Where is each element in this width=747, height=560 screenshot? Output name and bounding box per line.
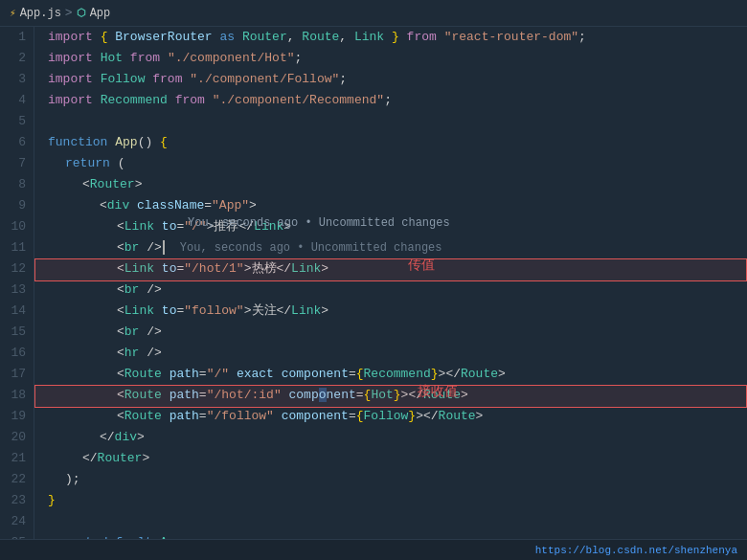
code-line-1: import { BrowserRouter as Router, Route,… <box>48 27 747 48</box>
component-icon: ⬡ <box>77 7 86 19</box>
code-line-15: <br /> <box>48 322 747 343</box>
code-line-6: function App() { <box>48 132 747 153</box>
git-tooltip: You, seconds ago • Uncommitted changes <box>180 241 442 255</box>
line-numbers: 1 2 3 4 5 6 7 8 9 10 11 12 13 14 15 16 1… <box>0 27 34 539</box>
csdn-url[interactable]: https://blog.csdn.net/shenzhenya <box>535 545 737 556</box>
breadcrumb-component: App <box>90 7 111 20</box>
code-line-13: <br /> <box>48 280 747 301</box>
code-line-21: </Router> <box>48 448 747 469</box>
code-line-18: <Route path="/hot/:id" component={Hot}><… <box>48 385 747 406</box>
code-line-14: <Link to="follow">关注</Link> <box>48 301 747 322</box>
code-line-7: return ( <box>48 153 747 174</box>
annotation-chuanzhi: 传值 <box>408 257 435 274</box>
code-line-23: } <box>48 490 747 511</box>
code-line-11: <br />You, seconds ago • Uncommitted cha… <box>48 237 747 258</box>
code-line-20: </div> <box>48 427 747 448</box>
breadcrumb-file: App.js <box>20 7 61 20</box>
editor: ⚡ App.js > ⬡ App 1 2 3 4 5 6 7 8 9 10 11… <box>0 0 747 560</box>
code-line-24 <box>48 511 747 532</box>
code-line-5 <box>48 111 747 132</box>
code-content: import { BrowserRouter as Router, Route,… <box>34 27 747 539</box>
bottom-bar: https://blog.csdn.net/shenzhenya <box>0 539 747 560</box>
code-line-25: export default App; <box>48 532 747 539</box>
code-line-10: <Link to="/">推荐</Link> <box>48 216 747 237</box>
js-file-icon: ⚡ <box>10 7 16 19</box>
breadcrumb: ⚡ App.js > ⬡ App <box>0 0 747 27</box>
code-line-8: <Router> <box>48 174 747 195</box>
code-line-17: <Route path="/" exact component={Recomme… <box>48 364 747 385</box>
code-area: 1 2 3 4 5 6 7 8 9 10 11 12 13 14 15 16 1… <box>0 27 747 539</box>
annotation-shoushouzhi: 接收值 <box>418 383 458 400</box>
code-line-3: import Follow from "./component/Follow"; <box>48 69 747 90</box>
breadcrumb-separator1: > <box>65 6 73 20</box>
code-line-4: import Recommend from "./component/Recom… <box>48 90 747 111</box>
code-line-9: <div className="App"> <box>48 195 747 216</box>
code-line-19: <Route path="/follow" component={Follow}… <box>48 406 747 427</box>
code-line-12: <Link to="/hot/1">热榜</Link> <box>48 258 747 280</box>
code-line-22: ); <box>48 469 747 490</box>
code-line-2: import Hot from "./component/Hot"; <box>48 48 747 69</box>
code-line-16: <hr /> <box>48 343 747 364</box>
